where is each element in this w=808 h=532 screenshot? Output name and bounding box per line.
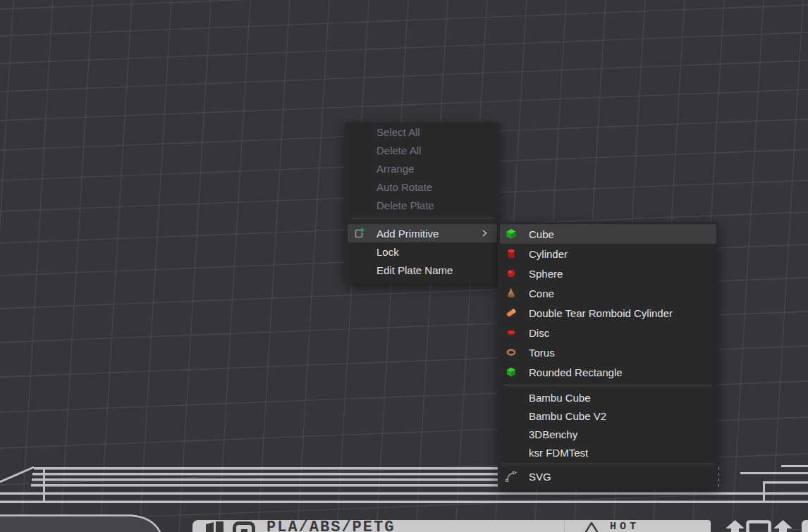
submenu-item-cylinder[interactable]: Cylinder <box>500 244 716 264</box>
menu-item-label: Edit Plate Name <box>377 264 453 276</box>
menu-item-label: Select All <box>377 126 420 138</box>
submenu-item-double-tear-romboid-cylinder[interactable]: Double Tear Romboid Cylinder <box>500 303 716 323</box>
warning-triangle-icon <box>580 521 603 532</box>
menu-item-add-primitive[interactable]: Add Primitive <box>348 224 497 242</box>
cone-icon <box>506 287 517 299</box>
submenu-separator <box>502 464 714 464</box>
submenu-item-label: Cube <box>529 228 554 240</box>
submenu-item-bambu-cube[interactable]: Bambu Cube <box>500 388 716 407</box>
submenu-item-label: Torus <box>529 347 555 359</box>
submenu-item-label: Bambu Cube <box>529 392 591 404</box>
menu-item-delete-plate: Delete Plate <box>348 196 497 214</box>
submenu-item-bambu-cube-v2[interactable]: Bambu Cube V2 <box>500 407 716 425</box>
cube-icon <box>506 228 517 240</box>
submenu-item-label: SVG <box>529 471 551 483</box>
plate-context-menu: Select All Delete All Arrange Auto Rotat… <box>345 122 500 283</box>
submenu-item-label: Bambu Cube V2 <box>529 410 606 422</box>
submenu-item-label: Cone <box>529 287 554 299</box>
add-primitive-submenu: Cube Cylinder Sphere Cone Do <box>498 222 718 488</box>
cylinder-icon <box>506 248 517 259</box>
submenu-item-sphere[interactable]: Sphere <box>500 264 716 283</box>
menu-item-delete-all: Delete All <box>348 141 497 159</box>
menu-item-label: Lock <box>377 246 399 258</box>
menu-item-label: Arrange <box>377 163 414 175</box>
submenu-item-cone[interactable]: Cone <box>500 283 716 303</box>
menu-item-auto-rotate: Auto Rotate <box>348 178 497 196</box>
disc-icon <box>506 327 517 338</box>
menu-item-label: Auto Rotate <box>377 181 432 193</box>
menu-item-label: Delete All <box>377 144 421 156</box>
submenu-item-disc[interactable]: Disc <box>500 323 716 342</box>
submenu-item-label: 3DBenchy <box>529 428 577 440</box>
menu-item-lock[interactable]: Lock <box>348 242 497 261</box>
menu-item-label: Delete Plate <box>377 199 434 211</box>
menu-item-arrange: Arrange <box>348 159 497 178</box>
submenu-item-rounded-rectangle[interactable]: Rounded Rectangle <box>500 362 716 382</box>
submenu-separator <box>505 385 711 385</box>
submenu-item-label: ksr FDMTest <box>529 447 588 459</box>
chevron-right-icon <box>479 228 490 239</box>
square-outline-icon <box>746 520 771 532</box>
submenu-item-ksr-fdmtest[interactable]: ksr FDMTest <box>500 443 716 462</box>
submenu-item-label: Sphere <box>529 268 563 280</box>
rounded-rectangle-icon <box>506 366 517 378</box>
torus-icon <box>506 347 517 358</box>
plate-hot-label: HOT <box>610 521 639 532</box>
submenu-item-label: Disc <box>529 327 549 339</box>
submenu-item-label: Double Tear Romboid Cylinder <box>529 307 673 319</box>
svg-path-icon <box>506 471 517 482</box>
up-arrow-icon <box>726 520 745 532</box>
submenu-item-3dbenchy[interactable]: 3DBenchy <box>500 425 716 443</box>
plate-front-strip: PLA/ABS/PETG HOT <box>192 520 711 532</box>
submenu-item-torus[interactable]: Torus <box>500 342 716 362</box>
romboid-cylinder-icon <box>506 307 517 318</box>
plate-material-label: PLA/ABS/PETG <box>267 520 395 532</box>
bambu-logo-icon <box>206 521 227 532</box>
menu-item-edit-plate-name[interactable]: Edit Plate Name <box>348 261 497 279</box>
submenu-item-label: Cylinder <box>529 248 568 260</box>
submenu-item-label: Rounded Rectangle <box>529 366 623 378</box>
up-arrow-icon <box>773 520 792 532</box>
plate-strip-end-cap <box>802 520 808 532</box>
menu-separator <box>351 218 494 218</box>
handy-logo-icon <box>233 521 257 532</box>
menu-item-select-all: Select All <box>348 123 497 141</box>
add-primitive-icon <box>353 228 365 239</box>
submenu-item-cube[interactable]: Cube <box>500 224 716 244</box>
plate-seam <box>564 520 565 532</box>
sphere-icon <box>506 268 517 279</box>
submenu-item-svg[interactable]: SVG <box>500 466 716 486</box>
menu-item-label: Add Primitive <box>377 228 439 240</box>
